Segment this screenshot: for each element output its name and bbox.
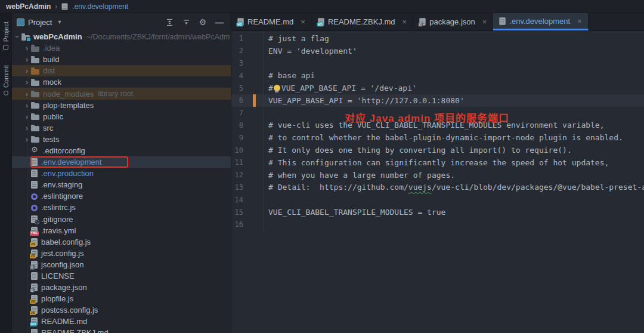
tree-item-public[interactable]: ›public xyxy=(12,111,231,122)
file-name: .editorconfig xyxy=(43,146,85,155)
tree-item-.editorconfig[interactable]: .editorconfig xyxy=(12,145,231,156)
chevron-icon[interactable]: › xyxy=(23,78,31,86)
file-name: src xyxy=(43,124,53,132)
close-icon[interactable]: × xyxy=(301,18,305,26)
commit-tool-icon xyxy=(4,91,8,95)
editor-pane: MDREADME.md×MDREADME.ZBKJ.md×{}package.j… xyxy=(231,13,644,333)
code-line-14[interactable]: 14 xyxy=(231,193,644,206)
line-number: 2 xyxy=(231,47,243,55)
eslint-icon xyxy=(31,205,38,211)
tree-item-README.md[interactable]: MDREADME.md xyxy=(12,316,231,327)
code-line-5[interactable]: 5#VUE_APP_BASE_API = '/dev-api' xyxy=(231,82,644,94)
breadcrumb-file[interactable]: .env.development xyxy=(72,2,128,11)
chevron-icon[interactable]: › xyxy=(23,135,31,143)
code-line-12[interactable]: 12# when you have a large number of page… xyxy=(231,169,644,181)
gutter xyxy=(243,169,264,181)
md-badge: MD xyxy=(236,22,243,26)
chevron-icon[interactable]: › xyxy=(23,44,31,52)
code-line-1[interactable]: 1# just a flag xyxy=(231,32,644,45)
file-icon xyxy=(500,17,506,24)
chevron-down-icon[interactable]: ▼ xyxy=(57,19,62,25)
tree-item-mock[interactable]: ›mock xyxy=(12,76,231,88)
code-line-6[interactable]: 6VUE_APP_BASE_API = 'http://127.0.0.1:80… xyxy=(231,94,644,107)
tree-item-build[interactable]: ›build xyxy=(12,54,231,65)
project-tool-icon xyxy=(3,45,8,50)
tree-item-node_modules[interactable]: ›node_moduleslibrary root xyxy=(12,88,231,99)
gutter xyxy=(243,156,264,169)
tab-README.md[interactable]: MDREADME.md× xyxy=(231,13,312,30)
tool-window-project[interactable]: Project xyxy=(2,21,10,50)
tree-item-babel.config.js[interactable]: JSbabel.config.js xyxy=(12,236,231,248)
expand-all-button[interactable] xyxy=(163,16,176,28)
code-line-16[interactable]: 16 xyxy=(231,218,644,231)
tab-package.json[interactable]: {}package.json× xyxy=(413,13,493,30)
tree-item-.eslintignore[interactable]: .eslintignore xyxy=(12,190,231,202)
chevron-icon[interactable]: › xyxy=(23,56,31,63)
tree-item-.idea[interactable]: ›.idea xyxy=(12,42,231,54)
editor-body[interactable]: 1# just a flag2ENV = 'development'34# ba… xyxy=(231,31,644,333)
md-icon: MD xyxy=(237,18,243,25)
project-tree: ›webPcAdmin~/Documents/ZBKJ/fornt/admin/… xyxy=(12,31,231,333)
file-name: babel.config.js xyxy=(41,238,91,246)
code-line-3[interactable]: 3 xyxy=(231,57,644,70)
tree-item-src[interactable]: ›src xyxy=(12,122,231,134)
tree-item-jsconfig.json[interactable]: {}jsconfig.json xyxy=(12,259,231,270)
project-panel-title[interactable]: Project xyxy=(28,18,52,27)
file-name: build xyxy=(43,55,59,64)
tree-item-LICENSE[interactable]: LICENSE xyxy=(12,270,231,282)
chevron-icon[interactable]: › xyxy=(14,33,21,41)
tree-item-postcss.config.js[interactable]: JSpostcss.config.js xyxy=(12,304,231,316)
code-line-15[interactable]: 15VUE_CLI_BABEL_TRANSPILE_MODULES = true xyxy=(231,206,644,218)
gutter xyxy=(243,131,264,144)
line-number: 10 xyxy=(231,146,243,155)
collapse-all-button[interactable] xyxy=(179,16,193,28)
tool-window-commit[interactable]: Commit xyxy=(2,65,10,95)
project-view-icon xyxy=(17,18,24,26)
gutter xyxy=(243,107,264,119)
chevron-icon[interactable]: › xyxy=(23,67,31,75)
chevron-icon[interactable]: › xyxy=(23,124,31,132)
code-line-13[interactable]: 13# Detail: https://github.com/vuejs/vue… xyxy=(231,181,644,194)
intention-bulb-icon[interactable] xyxy=(274,85,280,91)
tree-item-tests[interactable]: ›tests xyxy=(12,134,231,145)
tree-item-plopfile.js[interactable]: JSplopfile.js xyxy=(12,293,231,304)
gear-icon xyxy=(31,147,39,155)
close-icon[interactable]: × xyxy=(402,18,407,26)
code-line-10[interactable]: 10# It only does one thing by converting… xyxy=(231,144,644,156)
breadcrumb-project[interactable]: webPcAdmin xyxy=(6,2,51,11)
js-badge: JS xyxy=(30,300,36,304)
code-line-9[interactable]: 9# to control whether the babel-plugin-d… xyxy=(231,131,644,144)
line-number: 16 xyxy=(231,220,243,229)
code-line-2[interactable]: 2ENV = 'development' xyxy=(231,45,644,57)
tab-.env.development[interactable]: .env.development× xyxy=(493,13,588,30)
chevron-icon[interactable]: › xyxy=(23,101,31,109)
tree-item-.env.development[interactable]: .env.development xyxy=(12,156,231,168)
folder-icon xyxy=(31,115,39,120)
settings-gear-icon[interactable]: ⚙ xyxy=(196,16,209,28)
tree-item-.travis.yml[interactable]: YML.travis.yml xyxy=(12,225,231,236)
tab-label: .env.development xyxy=(509,17,570,26)
code-line-11[interactable]: 11# This configuration can significantly… xyxy=(231,156,644,169)
tree-item-plop-templates[interactable]: ›plop-templates xyxy=(12,100,231,111)
file-name: tests xyxy=(43,135,59,144)
md-icon: MD xyxy=(318,18,324,25)
chevron-icon[interactable]: › xyxy=(23,113,31,121)
hide-panel-button[interactable]: — xyxy=(213,16,226,28)
close-icon[interactable]: × xyxy=(482,18,487,26)
folder-icon xyxy=(31,92,39,97)
tree-item-.eslintrc.js[interactable]: .eslintrc.js xyxy=(12,202,231,213)
tree-item-.env.production[interactable]: .env.production xyxy=(12,168,231,179)
editor-tabbar: MDREADME.md×MDREADME.ZBKJ.md×{}package.j… xyxy=(231,13,644,31)
tree-item-package.json[interactable]: {}package.json xyxy=(12,282,231,293)
tree-item-.env.staging[interactable]: .env.staging xyxy=(12,179,231,190)
tree-item-webPcAdmin[interactable]: ›webPcAdmin~/Documents/ZBKJ/fornt/admin/… xyxy=(12,31,231,42)
tree-item-.gitignore[interactable]: .gitignore xyxy=(12,214,231,225)
code-line-4[interactable]: 4# base api xyxy=(231,69,644,82)
tree-item-dist[interactable]: ›dist xyxy=(12,65,231,76)
chevron-icon[interactable]: › xyxy=(23,90,31,98)
close-icon[interactable]: × xyxy=(577,17,582,25)
file-name: .travis.yml xyxy=(41,226,76,235)
tree-item-jest.config.js[interactable]: JSjest.config.js xyxy=(12,248,231,259)
tree-item-README.ZBKJ.md[interactable]: MDREADME.ZBKJ.md xyxy=(12,327,231,333)
tab-README.ZBKJ.md[interactable]: MDREADME.ZBKJ.md× xyxy=(312,13,413,30)
